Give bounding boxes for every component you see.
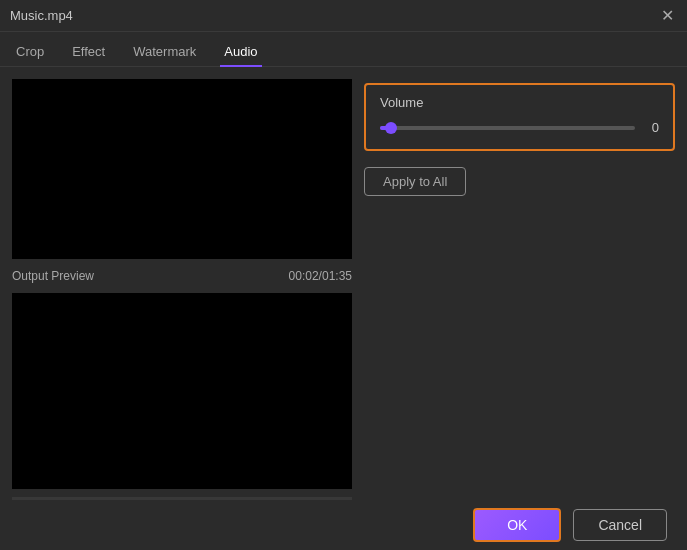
tab-effect[interactable]: Effect bbox=[68, 38, 109, 67]
main-content: Output Preview 00:02/01:35 ⏮ ▶ ⏭ Volume … bbox=[0, 67, 687, 547]
output-preview-row: Output Preview 00:02/01:35 bbox=[12, 267, 352, 285]
right-panel: Volume 0 Apply to All bbox=[364, 79, 675, 535]
volume-slider-track[interactable] bbox=[380, 126, 635, 130]
tab-bar: Crop Effect Watermark Audio bbox=[0, 32, 687, 67]
volume-section: Volume 0 bbox=[364, 83, 675, 151]
tab-watermark[interactable]: Watermark bbox=[129, 38, 200, 67]
timestamp: 00:02/01:35 bbox=[289, 269, 352, 283]
title-bar: Music.mp4 ✕ bbox=[0, 0, 687, 32]
volume-label: Volume bbox=[380, 95, 659, 110]
output-preview-label: Output Preview bbox=[12, 269, 94, 283]
video-preview bbox=[12, 79, 352, 259]
tab-audio[interactable]: Audio bbox=[220, 38, 261, 67]
tab-crop[interactable]: Crop bbox=[12, 38, 48, 67]
close-button[interactable]: ✕ bbox=[657, 6, 677, 26]
ok-button[interactable]: OK bbox=[473, 508, 561, 542]
window-title: Music.mp4 bbox=[10, 8, 73, 23]
volume-slider-thumb[interactable] bbox=[385, 122, 397, 134]
volume-row: 0 bbox=[380, 120, 659, 135]
apply-to-all-button[interactable]: Apply to All bbox=[364, 167, 466, 196]
cancel-button[interactable]: Cancel bbox=[573, 509, 667, 541]
volume-value: 0 bbox=[643, 120, 659, 135]
output-video-preview bbox=[12, 293, 352, 489]
bottom-bar: OK Cancel bbox=[0, 500, 687, 550]
left-panel: Output Preview 00:02/01:35 ⏮ ▶ ⏭ bbox=[12, 79, 352, 535]
